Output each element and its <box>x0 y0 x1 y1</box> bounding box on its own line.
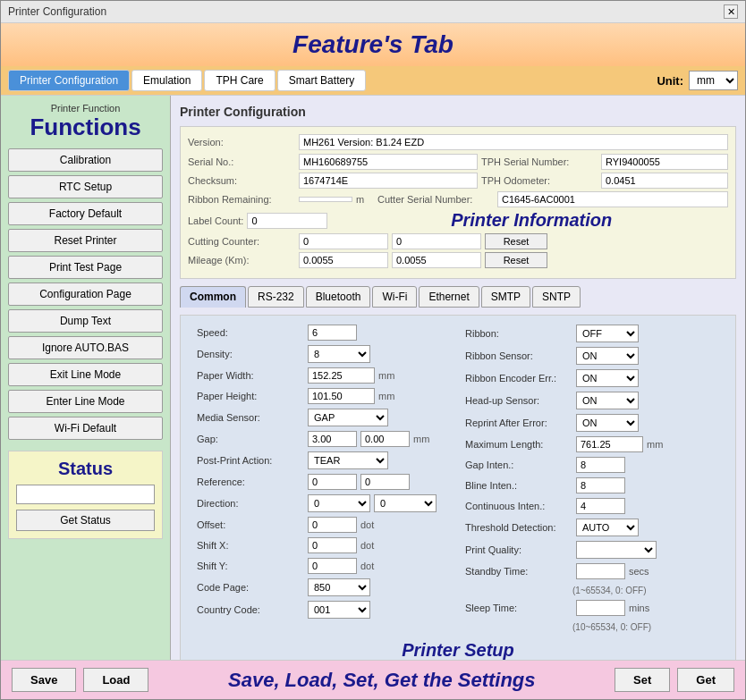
standby-hint: (1~65534, 0: OFF) <box>572 586 647 595</box>
ribbon-label: Ribbon: <box>465 328 572 339</box>
btn-factory-default[interactable]: Factory Default <box>8 202 163 225</box>
paper-width-unit: mm <box>378 370 394 381</box>
btn-configuration-page[interactable]: Configuration Page <box>8 283 163 306</box>
density-row: Density: 8 <box>197 345 451 363</box>
gap-inten-input[interactable] <box>576 457 625 473</box>
btn-exit-line-mode[interactable]: Exit Line Mode <box>8 363 163 386</box>
get-status-button[interactable]: Get Status <box>16 510 155 531</box>
tab-printer-configuration[interactable]: Printer Configuration <box>8 70 130 91</box>
bline-inten-input[interactable] <box>576 477 625 493</box>
paper-width-input[interactable] <box>308 367 375 384</box>
country-code-select[interactable]: 001 <box>308 601 370 619</box>
tab-tph-care[interactable]: TPH Care <box>204 70 275 91</box>
functions-subtitle: Printer Function <box>8 103 163 114</box>
sub-tab-common[interactable]: Common <box>180 286 246 308</box>
ribbon-unit: m <box>356 194 374 205</box>
offset-input[interactable] <box>308 517 357 533</box>
tab-smart-battery[interactable]: Smart Battery <box>277 70 366 91</box>
tab-emulation[interactable]: Emulation <box>131 70 202 91</box>
btn-rtc-setup[interactable]: RTC Setup <box>8 175 163 198</box>
direction-row: Direction: 01 01 <box>197 494 451 512</box>
sub-tab-bluetooth[interactable]: Bluetooth <box>306 286 371 308</box>
version-value: MH261 Version: B1.24 EZD <box>299 134 728 150</box>
functions-title: Functions <box>8 114 163 141</box>
threshold-select[interactable]: AUTOMANUAL <box>576 519 639 536</box>
checksum-value: 1674714E <box>299 173 478 189</box>
sleep-hint: (10~65534, 0: OFF) <box>572 622 651 632</box>
country-code-row: Country Code: 001 <box>197 601 451 619</box>
mileage-value2: 0.0055 <box>392 252 481 268</box>
density-select[interactable]: 8 <box>308 345 370 363</box>
load-button[interactable]: Load <box>83 668 148 692</box>
headup-select[interactable]: ONOFF <box>576 392 639 409</box>
reprint-row: Reprint After Error: ONOFF <box>465 414 719 432</box>
ribbon-encoder-select[interactable]: ONOFF <box>576 369 639 387</box>
speed-input[interactable] <box>308 325 357 341</box>
sleep-time-input[interactable] <box>576 600 625 616</box>
left-panel-header: Printer Function Functions <box>8 103 163 141</box>
gap-input2[interactable] <box>360 431 410 447</box>
checksum-row: Checksum: 1674714E TPH Odometer: 0.0451 <box>188 173 728 189</box>
cutting-counter-row: Cutting Counter: 0 0 Reset <box>188 233 728 249</box>
ribbon-sensor-select[interactable]: ONOFF <box>576 347 639 365</box>
gap-input1[interactable] <box>308 431 357 447</box>
btn-calibration[interactable]: Calibration <box>8 148 163 172</box>
direction-label: Direction: <box>197 498 304 509</box>
status-title: Status <box>16 459 155 479</box>
direction-select2[interactable]: 01 <box>374 494 437 512</box>
ribbon-sensor-label: Ribbon Sensor: <box>465 350 572 361</box>
label-count-label: Label Count: <box>188 215 243 226</box>
sleep-time-row: Sleep Time: mins <box>465 600 719 616</box>
standby-input[interactable] <box>576 563 625 579</box>
shift-y-input[interactable] <box>308 558 357 574</box>
post-print-select[interactable]: TEARPEELCUT <box>308 451 388 469</box>
cutting-value2: 0 <box>392 233 481 249</box>
bline-inten-label: Bline Inten.: <box>465 480 572 491</box>
media-sensor-select[interactable]: GAPBLINECONTINUOUS <box>308 409 388 426</box>
close-button[interactable]: ✕ <box>724 4 738 19</box>
status-input[interactable] <box>16 485 155 504</box>
sub-tab-ethernet[interactable]: Ethernet <box>419 286 479 308</box>
sub-tab-sntp[interactable]: SNTP <box>532 286 581 308</box>
code-page-select[interactable]: 850 <box>308 578 370 596</box>
save-button[interactable]: Save <box>12 668 76 692</box>
paper-height-input[interactable] <box>308 388 375 404</box>
btn-reset-printer[interactable]: Reset Printer <box>8 229 163 252</box>
reference-row: Reference: <box>197 474 451 490</box>
offset-label: Offset: <box>197 519 304 530</box>
get-button[interactable]: Get <box>677 668 734 692</box>
settings-grid: Speed: Density: 8 Paper Width: mm <box>190 325 726 637</box>
shift-x-input[interactable] <box>308 537 357 553</box>
sub-tab-rs232[interactable]: RS-232 <box>248 286 304 308</box>
reference-label: Reference: <box>197 477 304 487</box>
btn-dump-text[interactable]: Dump Text <box>8 309 163 333</box>
serial-value: MH160689755 <box>299 154 478 170</box>
sub-tab-smtp[interactable]: SMTP <box>481 286 530 308</box>
direction-select1[interactable]: 01 <box>308 494 370 512</box>
sub-tabs: Common RS-232 Bluetooth Wi-Fi Ethernet S… <box>180 286 736 308</box>
unit-select[interactable]: mm inch <box>689 71 738 90</box>
btn-print-test-page[interactable]: Print Test Page <box>8 256 163 279</box>
right-panel-title: Printer Configuration <box>180 105 736 119</box>
btn-wifi-default[interactable]: Wi-Fi Default <box>8 417 163 440</box>
media-sensor-row: Media Sensor: GAPBLINECONTINUOUS <box>197 409 451 426</box>
mileage-reset-button[interactable]: Reset <box>485 252 547 268</box>
reference-input2[interactable] <box>360 474 410 490</box>
reference-input1[interactable] <box>308 474 357 490</box>
print-quality-select[interactable] <box>576 541 657 559</box>
max-length-label: Maximum Length: <box>465 439 572 450</box>
sub-tab-wifi[interactable]: Wi-Fi <box>372 286 417 308</box>
ribbon-select[interactable]: OFFON <box>576 325 639 342</box>
speed-row: Speed: <box>197 325 451 341</box>
ribbon-encoder-row: Ribbon Encoder Err.: ONOFF <box>465 369 719 387</box>
main-window: Printer Configuration ✕ Feature's Tab Pr… <box>0 0 746 700</box>
btn-enter-line-mode[interactable]: Enter Line Mode <box>8 390 163 413</box>
reprint-select[interactable]: ONOFF <box>576 414 639 432</box>
max-length-input[interactable] <box>576 436 643 452</box>
set-button[interactable]: Set <box>615 668 670 692</box>
btn-ignore-autobas[interactable]: Ignore AUTO.BAS <box>8 336 163 359</box>
continuous-input[interactable] <box>576 498 625 514</box>
serial-label: Serial No.: <box>188 156 295 167</box>
unit-label: Unit: <box>657 74 683 88</box>
cutting-reset-button[interactable]: Reset <box>485 233 547 249</box>
